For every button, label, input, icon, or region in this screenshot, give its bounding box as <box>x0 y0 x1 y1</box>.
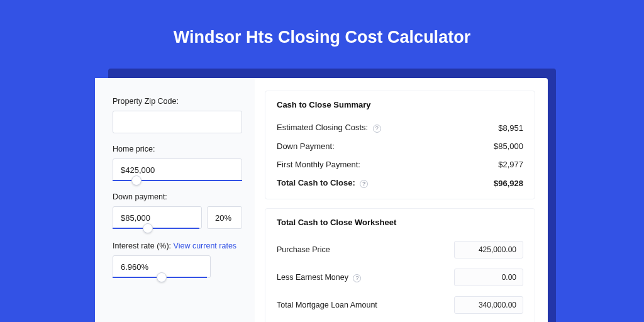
worksheet-value-input[interactable] <box>454 241 523 258</box>
inputs-column: Property Zip Code: Home price: Down paym… <box>95 78 255 322</box>
zip-input[interactable] <box>113 111 242 133</box>
worksheet-row: Purchase Price <box>277 236 523 264</box>
summary-row: Down Payment: $85,000 <box>277 137 523 155</box>
slider-thumb-icon[interactable] <box>143 223 153 233</box>
summary-row: Estimated Closing Costs: ? $8,951 <box>277 118 523 137</box>
field-zip: Property Zip Code: <box>113 97 242 133</box>
summary-total-label: Total Cash to Close: <box>277 178 355 187</box>
worksheet-value-input[interactable] <box>454 296 523 314</box>
worksheet-row: Total Mortgage Loan Amount <box>277 291 523 319</box>
field-home-price: Home price: <box>113 145 242 181</box>
zip-label: Property Zip Code: <box>113 97 242 106</box>
summary-row: First Monthly Payment: $2,977 <box>277 155 523 174</box>
worksheet-panel: Total Cash to Close Worksheet Purchase P… <box>265 208 535 322</box>
summary-row-value: $85,000 <box>494 142 523 151</box>
summary-row-value: $8,951 <box>498 123 523 133</box>
slider-thumb-icon[interactable] <box>157 272 167 282</box>
down-payment-pct-input[interactable] <box>207 206 242 229</box>
summary-total-value: $96,928 <box>494 179 523 188</box>
slider-thumb-icon[interactable] <box>131 175 142 186</box>
worksheet-row-label: Less Earnest Money <box>277 273 348 282</box>
summary-row-label: First Monthly Payment: <box>277 160 360 169</box>
worksheet-title: Total Cash to Close Worksheet <box>277 218 523 227</box>
summary-row-label: Estimated Closing Costs: <box>277 123 368 132</box>
summary-panel: Cash to Close Summary Estimated Closing … <box>265 91 535 199</box>
summary-title: Cash to Close Summary <box>277 100 523 109</box>
worksheet-row-label: Purchase Price <box>277 245 330 254</box>
view-rates-link[interactable]: View current rates <box>174 242 237 250</box>
interest-rate-slider[interactable] <box>113 277 207 278</box>
irate-label-text: Interest rate (%): <box>113 242 171 250</box>
help-icon[interactable]: ? <box>360 180 368 188</box>
summary-row-value: $2,977 <box>498 160 523 169</box>
help-icon[interactable]: ? <box>373 125 381 133</box>
home-price-slider[interactable] <box>113 180 242 181</box>
page-title: Windsor Hts Closing Cost Calculator <box>0 0 644 62</box>
down-payment-label: Down payment: <box>113 192 242 201</box>
down-payment-slider[interactable] <box>113 228 199 229</box>
calculator-card: Property Zip Code: Home price: Down paym… <box>95 78 548 322</box>
summary-total-row: Total Cash to Close: ? $96,928 <box>277 174 523 192</box>
summary-row-label: Down Payment: <box>277 142 335 151</box>
field-interest-rate: Interest rate (%): View current rates <box>113 242 242 278</box>
results-column: Cash to Close Summary Estimated Closing … <box>255 78 548 322</box>
home-price-label: Home price: <box>113 145 242 153</box>
worksheet-row: Total Second Mortgage Amount ? <box>277 319 523 322</box>
worksheet-value-input[interactable] <box>454 269 523 286</box>
worksheet-row: Less Earnest Money ? <box>277 264 523 291</box>
help-icon[interactable]: ? <box>353 274 361 282</box>
down-payment-input[interactable] <box>113 206 202 229</box>
field-down-payment: Down payment: <box>113 192 242 230</box>
worksheet-row-label: Total Mortgage Loan Amount <box>277 301 377 309</box>
interest-rate-label: Interest rate (%): View current rates <box>113 242 242 250</box>
